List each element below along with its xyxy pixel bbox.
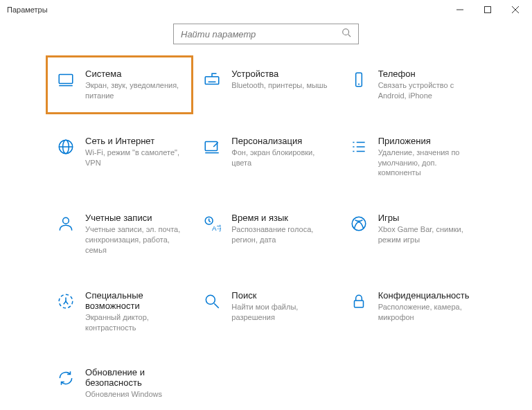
tile-desc: Расположение, камера, микрофон bbox=[378, 302, 476, 323]
globe-icon bbox=[56, 137, 76, 157]
tile-desc: Удаление, значения по умолчанию, доп. ко… bbox=[378, 148, 476, 179]
svg-point-28 bbox=[352, 217, 366, 231]
svg-rect-6 bbox=[59, 74, 73, 83]
search-icon bbox=[342, 28, 351, 40]
tile-desc: Найти мои файлы, разрешения bbox=[231, 302, 329, 323]
svg-text:A字: A字 bbox=[212, 224, 221, 232]
tile-update-security[interactable]: Обновление и безопасность Обновления Win… bbox=[50, 359, 189, 407]
svg-point-4 bbox=[343, 29, 349, 35]
tile-phone[interactable]: Телефон Связать устройство с Android, iP… bbox=[343, 61, 482, 109]
magnifier-icon bbox=[202, 292, 222, 311]
tile-devices[interactable]: Устройства Bluetooth, принтеры, мышь bbox=[196, 61, 335, 109]
minimize-button[interactable] bbox=[446, 0, 474, 19]
tile-privacy[interactable]: Конфиденциальность Расположение, камера,… bbox=[343, 283, 482, 341]
maximize-button[interactable] bbox=[474, 0, 502, 19]
tile-time-language[interactable]: A字 Время и язык Распознавание голоса, ре… bbox=[196, 205, 335, 263]
window-title: Параметры bbox=[7, 6, 48, 14]
tile-desc: Bluetooth, принтеры, мышь bbox=[231, 80, 329, 91]
brush-icon bbox=[202, 137, 222, 157]
search-box[interactable] bbox=[173, 24, 359, 44]
svg-line-31 bbox=[215, 303, 220, 308]
tile-desc: Экран, звук, уведомления, питание bbox=[85, 80, 183, 101]
tile-desc: Связать устройство с Android, iPhone bbox=[378, 80, 476, 101]
close-button[interactable] bbox=[502, 0, 529, 19]
sync-icon bbox=[56, 368, 76, 388]
tile-title: Сеть и Интернет bbox=[85, 136, 183, 146]
tile-title: Время и язык bbox=[231, 213, 329, 223]
tile-title: Специальные возможности bbox=[85, 290, 183, 311]
phone-icon bbox=[349, 70, 369, 89]
tile-title: Телефон bbox=[378, 69, 476, 79]
search-input[interactable] bbox=[181, 29, 351, 39]
tile-desc: Обновления Windows bbox=[85, 389, 183, 400]
tile-desc: Wi-Fi, режим "в самолете", VPN bbox=[85, 148, 183, 168]
tile-personalization[interactable]: Персонализация Фон, экран блокировки, цв… bbox=[196, 128, 335, 186]
person-icon bbox=[56, 214, 76, 233]
svg-point-30 bbox=[206, 295, 215, 304]
tile-title: Конфиденциальность bbox=[378, 290, 476, 301]
tile-title: Учетные записи bbox=[85, 213, 183, 223]
svg-rect-32 bbox=[354, 301, 363, 308]
tile-desc: Экранный диктор, контрастность bbox=[85, 312, 183, 333]
tile-desc: Xbox Game Bar, снимки, режим игры bbox=[378, 224, 476, 245]
svg-line-5 bbox=[348, 35, 351, 37]
lock-icon bbox=[349, 292, 369, 311]
svg-rect-18 bbox=[206, 141, 218, 150]
tile-title: Обновление и безопасность bbox=[85, 367, 183, 388]
tile-network[interactable]: Сеть и Интернет Wi-Fi, режим "в самолете… bbox=[50, 128, 189, 186]
tile-desc: Распознавание голоса, регион, дата bbox=[231, 224, 329, 245]
tile-desc: Фон, экран блокировки, цвета bbox=[231, 148, 329, 168]
keyboard-icon bbox=[202, 70, 222, 89]
tile-title: Персонализация bbox=[231, 136, 329, 146]
svg-rect-8 bbox=[206, 77, 220, 84]
display-icon bbox=[56, 70, 76, 89]
tile-title: Игры bbox=[378, 213, 476, 223]
tile-desc: Учетные записи, эл. почта, синхронизация… bbox=[85, 224, 183, 256]
tile-title: Поиск bbox=[231, 290, 329, 301]
time-language-icon: A字 bbox=[202, 214, 222, 233]
apps-list-icon bbox=[349, 137, 369, 157]
tile-system[interactable]: Система Экран, звук, уведомления, питани… bbox=[46, 55, 193, 114]
tile-title: Устройства bbox=[231, 69, 329, 79]
accessibility-icon bbox=[56, 292, 76, 311]
tile-gaming[interactable]: Игры Xbox Game Bar, снимки, режим игры bbox=[343, 205, 482, 263]
tile-apps[interactable]: Приложения Удаление, значения по умолчан… bbox=[343, 128, 482, 186]
tile-search[interactable]: Поиск Найти мои файлы, разрешения bbox=[196, 283, 335, 341]
tile-title: Система bbox=[85, 69, 183, 79]
tile-title: Приложения bbox=[378, 136, 476, 146]
titlebar: Параметры bbox=[0, 0, 532, 19]
svg-point-25 bbox=[63, 218, 69, 224]
xbox-icon bbox=[349, 214, 369, 233]
svg-rect-1 bbox=[485, 7, 491, 13]
tile-ease-of-access[interactable]: Специальные возможности Экранный диктор,… bbox=[50, 283, 189, 341]
tile-accounts[interactable]: Учетные записи Учетные записи, эл. почта… bbox=[50, 205, 189, 263]
